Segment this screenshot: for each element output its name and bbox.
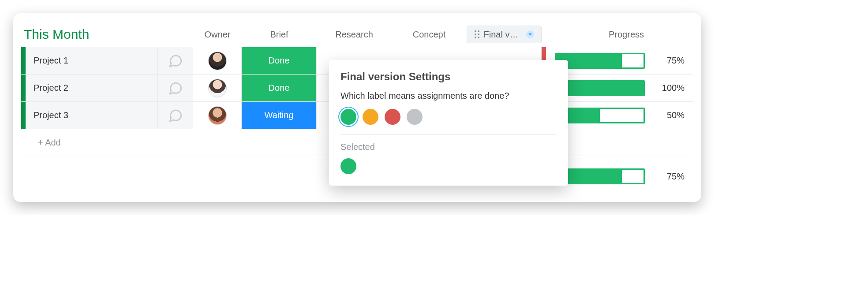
column-settings-popover: Final version Settings Which label means… [329,60,568,186]
popover-question: Which label means assignments are done? [340,91,557,101]
summary-progress-cell[interactable]: 75% [546,168,693,184]
progress-value: 75% [654,56,685,66]
row-brief-status[interactable]: Done [242,75,317,101]
row-brief-status[interactable]: Waiting [242,102,317,129]
row-owner-cell[interactable] [193,102,242,129]
add-row-label: + Add [26,138,61,148]
chevron-down-icon [528,32,532,37]
column-dropdown-toggle[interactable] [526,30,534,38]
row-progress-cell[interactable]: 100% [546,75,693,101]
row-stripe [21,75,26,101]
row-name-cell[interactable]: Project 1 [26,47,158,74]
row-name-cell[interactable]: Project 2 [26,75,158,101]
column-header-brief[interactable]: Brief [242,30,317,40]
progress-value: 50% [654,110,685,120]
column-header-final[interactable]: Final ver… [467,26,542,43]
swatch-option[interactable] [340,109,356,125]
row-name-cell[interactable]: Project 3 [26,102,158,129]
board: This Month Owner Brief Research Concept … [13,13,701,202]
progress-bar [555,53,645,69]
avatar[interactable] [208,52,227,70]
row-brief-status[interactable]: Done [242,47,317,74]
column-header-final-label: Final ver… [484,30,524,40]
chat-bubble-icon [168,53,183,68]
row-chat-button[interactable] [158,102,193,129]
row-chat-button[interactable] [158,75,193,101]
row-stripe [21,102,26,129]
column-header-research[interactable]: Research [317,30,392,40]
row-progress-cell[interactable]: 50% [546,102,693,129]
popover-swatch-list [340,109,557,135]
progress-bar [555,108,645,123]
progress-value: 100% [654,83,685,93]
avatar[interactable] [208,106,227,125]
row-owner-cell[interactable] [193,47,242,74]
progress-bar [555,80,645,96]
row-owner-cell[interactable] [193,75,242,101]
swatch-option[interactable] [385,109,400,125]
chat-bubble-icon [168,108,183,123]
avatar[interactable] [208,79,227,97]
popover-selected-swatch [340,158,356,174]
swatch-option[interactable] [407,109,423,125]
column-header-concept[interactable]: Concept [392,30,467,40]
progress-value: 75% [654,172,685,182]
progress-bar [555,168,645,184]
group-title[interactable]: This Month [21,27,193,42]
swatch-option[interactable] [363,109,378,125]
popover-title: Final version Settings [340,71,557,83]
row-progress-cell[interactable]: 75% [546,47,693,74]
table-header: This Month Owner Brief Research Concept … [21,22,693,47]
row-stripe [21,47,26,74]
chat-bubble-icon [168,81,183,96]
drag-handle-icon[interactable] [475,30,479,38]
popover-selected-label: Selected [340,142,557,152]
column-header-progress[interactable]: Progress [542,30,693,40]
column-header-owner[interactable]: Owner [193,30,242,40]
row-chat-button[interactable] [158,47,193,74]
